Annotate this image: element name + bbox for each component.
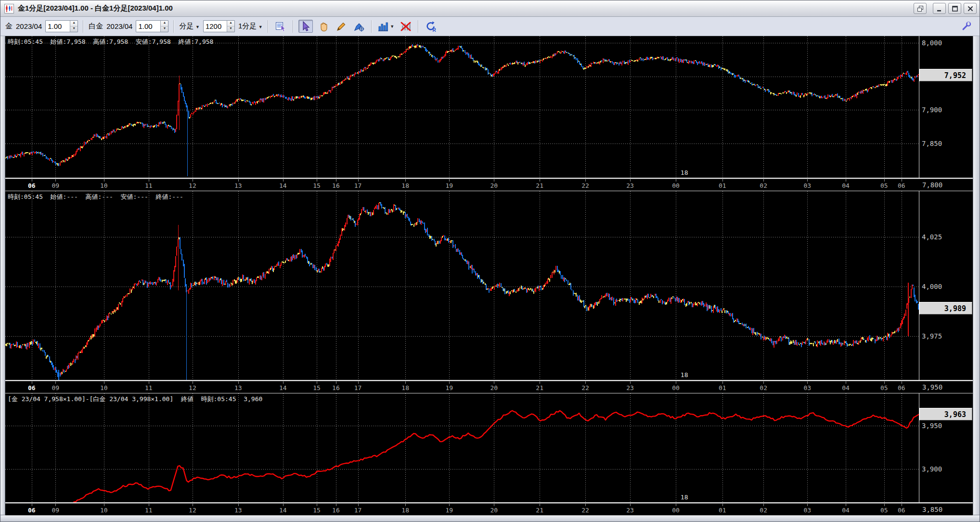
platinum-chart-panel[interactable]: 時刻:05:45 始値:--- 高値:--- 安値:--- 終値:--- 18 … bbox=[5, 191, 973, 380]
gold-symbol-label: 金 bbox=[5, 22, 13, 31]
platinum-multiplier-input[interactable] bbox=[136, 21, 160, 32]
maximize-button[interactable] bbox=[948, 3, 961, 14]
platinum-price-axis: 4,0254,0003,9753,989 bbox=[919, 191, 973, 380]
settings-wrench-icon[interactable] bbox=[959, 20, 974, 33]
platinum-plot[interactable]: 時刻:05:45 始値:--- 高値:--- 安値:--- 終値:--- 18 bbox=[5, 191, 919, 380]
clear-bars-icon[interactable] bbox=[399, 20, 413, 33]
day-change-label: 18 bbox=[681, 169, 688, 176]
x-axis-label: 18 bbox=[401, 182, 409, 189]
x-axis-label: 19 bbox=[445, 182, 453, 189]
gold-plot[interactable]: 時刻:05:45 始値:7,958 高値:7,958 安値:7,958 終値:7… bbox=[5, 36, 919, 178]
y-axis-edge-label: 3,850 bbox=[922, 506, 942, 513]
chevron-down-icon: ▼ bbox=[257, 25, 262, 29]
x-axis-tick bbox=[630, 179, 631, 182]
platinum-ohlc-readout: 時刻:05:45 始値:--- 高値:--- 安値:--- 終値:--- bbox=[8, 193, 183, 201]
bar-count-input[interactable] bbox=[204, 21, 227, 32]
popout-button[interactable] bbox=[914, 3, 927, 14]
spread-price-axis: 3,9503,9003,963 bbox=[919, 393, 973, 502]
x-axis-label: 12 bbox=[189, 384, 196, 392]
x-axis-label: 06 bbox=[898, 384, 905, 392]
chart-board-icon[interactable] bbox=[273, 20, 288, 33]
x-axis-label: 15 bbox=[313, 507, 321, 514]
x-axis-tick bbox=[722, 504, 723, 506]
marker-crosshair-icon[interactable] bbox=[352, 20, 366, 33]
x-axis-label: 10 bbox=[100, 182, 108, 189]
x-axis-tick bbox=[283, 381, 284, 384]
x-axis-label: 09 bbox=[52, 507, 59, 514]
x-axis-tick bbox=[336, 381, 336, 384]
x-axis-label: 03 bbox=[803, 384, 811, 392]
y-axis-edge-label: 7,800 bbox=[922, 181, 942, 189]
x-axis-label: 22 bbox=[581, 507, 589, 514]
x-axis-label: 17 bbox=[354, 507, 362, 514]
bar-count-spinner[interactable]: ▲▼ bbox=[227, 21, 234, 32]
spread-plot[interactable]: [金 23/04 7,958×1.00]-[白金 23/04 3,998×1.0… bbox=[5, 393, 919, 502]
interval-dropdown[interactable]: 1分足 ▼ bbox=[238, 22, 263, 31]
x-axis-tick bbox=[846, 504, 846, 506]
x-axis-tick bbox=[104, 179, 104, 182]
x-axis-label: 17 bbox=[354, 384, 362, 392]
x-axis-tick bbox=[104, 381, 104, 384]
x-axis-label: 20 bbox=[490, 384, 498, 392]
x-axis-tick bbox=[676, 179, 676, 182]
close-button[interactable] bbox=[964, 3, 977, 14]
x-axis-tick bbox=[902, 381, 902, 384]
x-axis-tick bbox=[55, 504, 56, 506]
x-axis-label: 16 bbox=[332, 384, 340, 392]
x-axis-label: 11 bbox=[145, 384, 153, 392]
x-axis-tick bbox=[449, 179, 450, 182]
x-axis-tick bbox=[283, 504, 284, 506]
toolbar-separator bbox=[173, 20, 174, 33]
x-axis-label: 23 bbox=[626, 384, 634, 392]
x-axis-tick bbox=[540, 381, 540, 384]
x-axis-tick bbox=[317, 504, 317, 506]
x-axis-tick bbox=[405, 504, 406, 506]
x-axis-label: 22 bbox=[581, 182, 589, 189]
x-axis-label: 19 bbox=[445, 507, 453, 514]
x-axis-tick bbox=[149, 381, 149, 384]
gold-multiplier-field: ▲▼ bbox=[45, 20, 78, 32]
bar-type-dropdown[interactable]: 分足 ▼ bbox=[179, 22, 199, 31]
x-axis-tick bbox=[902, 179, 902, 182]
x-axis-tick bbox=[807, 504, 808, 506]
gold-chart-panel[interactable]: 時刻:05:45 始値:7,958 高値:7,958 安値:7,958 終値:7… bbox=[5, 36, 973, 178]
y-axis-label: 3,900 bbox=[922, 465, 942, 473]
chevron-down-icon: ▼ bbox=[194, 25, 199, 29]
platinum-multiplier-spinner[interactable]: ▲▼ bbox=[160, 21, 168, 32]
x-axis-label: 14 bbox=[279, 384, 287, 392]
toolbar-separator bbox=[293, 20, 294, 33]
spread-chart-panel[interactable]: [金 23/04 7,958×1.00]-[白金 23/04 3,998×1.0… bbox=[5, 393, 973, 502]
x-axis-label: 12 bbox=[189, 507, 196, 514]
x-axis-tick bbox=[32, 179, 32, 182]
refresh-icon[interactable]: R bbox=[424, 20, 438, 33]
draw-pencil-icon[interactable] bbox=[334, 20, 348, 33]
x-axis-tick bbox=[884, 179, 885, 182]
gold-multiplier-input[interactable] bbox=[46, 21, 70, 32]
x-axis-tick bbox=[449, 504, 450, 506]
x-axis-tick bbox=[238, 179, 239, 182]
x-axis-tick bbox=[104, 504, 104, 506]
gold-multiplier-spinner[interactable]: ▲▼ bbox=[70, 21, 77, 32]
minimize-button[interactable] bbox=[933, 3, 946, 14]
x-axis-tick bbox=[763, 381, 764, 384]
x-axis-label: 13 bbox=[234, 384, 242, 392]
x-axis-tick bbox=[846, 381, 846, 384]
toolbar-separator bbox=[83, 20, 84, 33]
x-axis-tick bbox=[540, 179, 540, 182]
x-axis-tick bbox=[676, 504, 676, 506]
x-axis-label: 01 bbox=[719, 182, 726, 189]
y-axis-label: 3,950 bbox=[922, 422, 942, 430]
y-axis-label: 4,025 bbox=[922, 233, 942, 241]
x-axis-tick bbox=[358, 381, 359, 384]
left-window-edge bbox=[0, 36, 5, 515]
chart-type-icon[interactable]: ▼ bbox=[377, 20, 395, 33]
pan-hand-icon[interactable] bbox=[316, 20, 331, 33]
x-axis-label: 18 bbox=[401, 507, 409, 514]
x-axis-label: 06 bbox=[28, 384, 36, 392]
x-axis-label: 02 bbox=[760, 507, 767, 514]
titlebar: 金1分足[2023/04]1.00 - 白金1分足[2023/04]1.00 bbox=[0, 0, 980, 17]
x-axis-label: 05 bbox=[880, 507, 888, 514]
select-cursor-icon[interactable] bbox=[298, 20, 313, 33]
bar-count-field: ▲▼ bbox=[203, 20, 235, 32]
x-axis-label: 03 bbox=[803, 507, 811, 514]
